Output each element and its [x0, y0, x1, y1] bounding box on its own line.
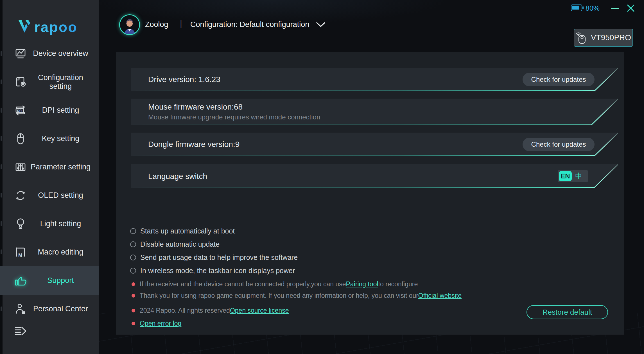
battery-icon [571, 4, 582, 11]
close-icon [627, 4, 635, 12]
sidebar-item-device-overview[interactable]: Device overview [0, 39, 99, 68]
app-window: rapoo Device overview [0, 0, 644, 354]
pairing-tool-link[interactable]: Pairing tool [346, 280, 378, 288]
options-list: Starts up automatically at boot Disable … [130, 224, 298, 277]
send-usage-data-checkbox[interactable] [130, 255, 136, 260]
sidebar-item-macro-editing[interactable]: M Macro editing [0, 238, 99, 266]
note-pairing: If the receiver and the device cannot be… [132, 280, 462, 288]
dongle-firmware-label: Dongle firmware version:9 [148, 140, 239, 149]
option-taskbar-power: In wireless mode, the taskbar icon displ… [130, 264, 298, 277]
device-name-label: VT950PRO [591, 33, 631, 42]
dongle-firmware-row: Dongle firmware version:9 Check for upda… [131, 133, 618, 156]
mouse-firmware-row: Mouse firmware version:68 Mouse firmware… [131, 99, 618, 125]
wireless-mouse-icon [576, 31, 587, 44]
personal-center-icon [13, 302, 28, 316]
light-setting-icon [13, 217, 28, 231]
svg-text:rapoo: rapoo [34, 19, 78, 35]
device-selector-button[interactable]: VT950PRO [574, 29, 633, 47]
username-label: Zoolog [145, 20, 168, 29]
support-page: Drive version: 1.6.23 Check for updates … [116, 52, 624, 335]
autostart-checkbox[interactable] [130, 228, 136, 234]
bullet-dot [132, 309, 135, 312]
svg-text:DPI: DPI [17, 109, 22, 112]
check-updates-dongle-button[interactable]: Check for updates [523, 138, 595, 151]
sidebar-item-personal-center[interactable]: Personal Center [0, 295, 99, 323]
support-icon [13, 273, 28, 288]
user-avatar[interactable] [119, 14, 140, 35]
option-disable-update: Disable automatic update [130, 238, 298, 251]
sidebar: rapoo Device overview [0, 0, 99, 354]
bullet-dot [132, 322, 135, 325]
oled-setting-icon [13, 188, 28, 203]
note-website: Thank you for using rapoo game equipment… [132, 292, 462, 299]
collapse-sidebar-button[interactable] [13, 324, 28, 339]
open-error-log-link[interactable]: Open error log [140, 320, 181, 327]
configuration-label: Configuration: Default configuration [190, 20, 309, 29]
check-updates-drive-button[interactable]: Check for updates [523, 73, 595, 86]
svg-text:M: M [18, 253, 22, 258]
configuration-setting-icon [13, 75, 28, 89]
disable-update-checkbox[interactable] [130, 241, 136, 247]
configuration-dropdown[interactable]: Configuration: Default configuration [190, 20, 326, 29]
sidebar-item-oled-setting[interactable]: OLED setting [0, 181, 99, 210]
option-autostart: Starts up automatically at boot [130, 224, 298, 238]
bullet-dot [132, 282, 135, 286]
sidebar-item-configuration-setting[interactable]: Configuration setting [0, 68, 99, 96]
note-copyright: 2024 Rapoo. All rights reserved Open sou… [132, 307, 462, 314]
bullet-dot [132, 294, 135, 298]
mouse-firmware-note: Mouse firmware upgrade requires wired mo… [148, 113, 320, 121]
option-send-usage-data: Send part usage data to help improve the… [130, 251, 298, 264]
chevron-down-icon [316, 22, 326, 28]
avatar-illustration [120, 15, 139, 34]
language-switch-row: Language switch EN 中 [131, 164, 618, 188]
sidebar-item-support[interactable]: Support [0, 266, 99, 295]
dpi-setting-icon: DPI [13, 103, 28, 118]
parameter-setting-icon [13, 160, 28, 174]
language-zh-button[interactable]: 中 [572, 171, 585, 181]
rapoo-logo: rapoo [17, 16, 82, 37]
drive-version-label: Drive version: 1.6.23 [148, 75, 220, 84]
open-source-license-link[interactable]: Open source license [230, 307, 289, 314]
device-overview-icon [13, 46, 28, 61]
battery-percent: 80% [586, 4, 600, 12]
key-setting-icon [13, 131, 28, 146]
sidebar-nav: Device overview Configuration setting [0, 39, 99, 323]
notes-list: If the receiver and the device cannot be… [132, 280, 462, 327]
sidebar-item-light-setting[interactable]: Light setting [0, 210, 99, 238]
language-toggle: EN 中 [558, 170, 588, 182]
note-error-log: Open error log [132, 320, 462, 327]
official-website-link[interactable]: Official website [418, 292, 462, 299]
taskbar-power-checkbox[interactable] [130, 268, 136, 274]
restore-default-button[interactable]: Restore default [527, 305, 608, 319]
drive-version-row: Drive version: 1.6.23 Check for updates [131, 68, 618, 91]
sidebar-item-key-setting[interactable]: Key setting [0, 124, 99, 153]
minimize-button[interactable] [611, 8, 619, 9]
macro-editing-icon: M [13, 245, 28, 260]
mouse-firmware-label: Mouse firmware version:68 [148, 103, 243, 112]
close-button[interactable] [627, 4, 635, 12]
language-en-button[interactable]: EN [559, 171, 572, 181]
language-switch-label: Language switch [148, 172, 207, 181]
topbar-divider: | [180, 19, 182, 28]
sidebar-item-parameter-setting[interactable]: Parameter setting [0, 153, 99, 181]
sidebar-item-dpi-setting[interactable]: DPI DPI setting [0, 96, 99, 124]
collapse-icon [13, 324, 28, 339]
